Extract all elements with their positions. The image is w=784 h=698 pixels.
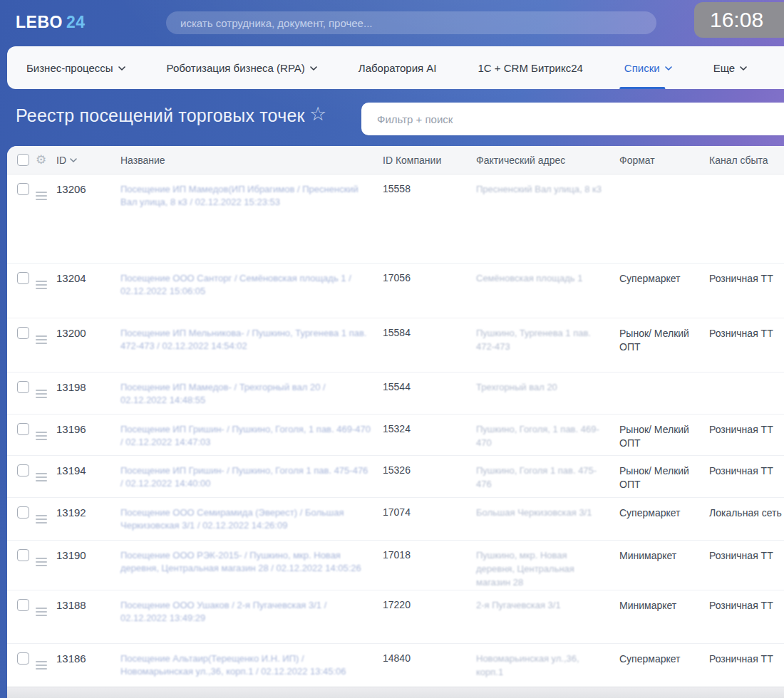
cell-channel: [709, 174, 784, 183]
cell-channel: [709, 373, 784, 381]
cell-format: Минимаркет: [619, 590, 709, 613]
gear-icon[interactable]: ⚙︎: [36, 154, 46, 166]
nav-item[interactable]: Лаборатория AI: [359, 46, 437, 89]
cell-format: Супермаркет: [619, 264, 709, 286]
column-header-address[interactable]: Фактический адрес: [476, 155, 619, 166]
cell-id: 13200: [56, 318, 120, 339]
column-header-channel[interactable]: Канал сбыта: [709, 155, 784, 166]
cell-channel: Розничная ТТ: [709, 415, 784, 437]
chevron-down-icon: [740, 66, 747, 71]
cell-name-link[interactable]: Посещение ИП Гришин- / Пушкино, Гоголя 1…: [120, 456, 383, 490]
clock-time: 16:08: [710, 8, 763, 32]
title-row: Реестр посещений торговых точек ☆: [0, 100, 784, 137]
cell-name-link[interactable]: Посещение Альтаир(Терещенко И.Н. ИП) / Н…: [120, 644, 383, 678]
cell-company-id: 17074: [383, 498, 476, 518]
row-checkbox[interactable]: [17, 423, 29, 435]
menu-icon[interactable]: [36, 387, 47, 401]
cell-id: 13198: [56, 373, 120, 393]
menu-icon[interactable]: [36, 333, 47, 347]
cell-address: Пресненский Вал улица, 8 к3: [476, 174, 619, 197]
menu-icon[interactable]: [36, 605, 47, 619]
cell-address: Трехгорный вал 20: [476, 373, 619, 395]
table-row: 13204 Посещение ООО Санторг / Семёновска…: [7, 264, 784, 318]
cell-company-id: 15544: [383, 373, 476, 392]
app-screen: LEBO24 16:08 Бизнес-процессы Роботизация…: [0, 0, 784, 698]
nav-item-label: 1С + CRM Битрикс24: [478, 62, 583, 74]
nav-item[interactable]: 1С + CRM Битрикс24: [478, 46, 583, 89]
column-header-company-id[interactable]: ID Компании: [383, 155, 476, 166]
row-checkbox[interactable]: [17, 327, 29, 339]
cell-company-id: 17220: [383, 590, 476, 610]
star-icon[interactable]: ☆: [309, 105, 326, 124]
nav-item[interactable]: Бизнес-процессы: [26, 46, 125, 89]
cell-format: Супермаркет: [619, 644, 709, 666]
table-row: 13190 Посещение ООО РЭК-2015- / Пушкино,…: [7, 541, 784, 590]
nav-item[interactable]: Роботизация бизнеса (RPA): [167, 46, 317, 89]
cell-format: Супермаркет: [619, 498, 709, 520]
select-all-checkbox[interactable]: [17, 154, 29, 166]
cell-format: Минимаркет: [619, 541, 709, 563]
nav-item-label: Бизнес-процессы: [26, 62, 113, 74]
cell-name-link[interactable]: Посещение ИП Мамедов- / Трехгорный вал 2…: [120, 373, 383, 407]
row-checkbox[interactable]: [17, 464, 29, 476]
menu-icon[interactable]: [36, 470, 47, 484]
table-row: 13196 Посещение ИП Гришин- / Пушкино, Го…: [7, 415, 784, 456]
menu-icon[interactable]: [36, 658, 47, 672]
menu-icon[interactable]: [36, 278, 47, 292]
chevron-down-icon: [70, 158, 77, 162]
nav-item[interactable]: Еще: [713, 46, 748, 89]
column-header-format[interactable]: Формат: [619, 155, 709, 166]
row-checkbox[interactable]: [17, 549, 29, 561]
menu-icon[interactable]: [36, 189, 47, 203]
table-body: 13206 Посещение ИП Мамедов(ИП Ибрагимов …: [7, 174, 784, 698]
row-checkbox[interactable]: [17, 599, 29, 611]
cell-company-id: 15558: [383, 174, 476, 194]
cell-channel: Розничная ТТ: [709, 644, 784, 666]
table-row: 13198 Посещение ИП Мамедов- / Трехгорный…: [7, 373, 784, 415]
menu-icon[interactable]: [36, 555, 47, 569]
cell-address: Пушкино, Тургенева 1 пав. 472-473: [476, 318, 619, 354]
table-row: 13188 Посещение ООО Ушаков / 2-я Пугачев…: [7, 590, 784, 644]
filter-search-input[interactable]: [361, 103, 784, 135]
logo-primary: LEBO: [16, 13, 63, 31]
cell-name-link[interactable]: Посещение ИП Мельникова- / Пушкино, Тург…: [120, 318, 383, 353]
cell-id: 13188: [56, 590, 120, 611]
cell-address: 2-я Пугачевская 3/1: [476, 590, 619, 613]
nav-item[interactable]: Списки: [624, 46, 672, 89]
global-search-input[interactable]: [166, 11, 656, 34]
nav-item-label: Лаборатория AI: [359, 62, 437, 74]
table-row: 13206 Посещение ИП Мамедов(ИП Ибрагимов …: [7, 174, 784, 264]
cell-name-link[interactable]: Посещение ООО Санторг / Семёновская площ…: [120, 264, 383, 298]
logo[interactable]: LEBO24: [16, 13, 85, 32]
cell-address: Семёновская площадь 1: [476, 264, 619, 286]
cell-company-id: 17056: [383, 264, 476, 283]
horizontal-scroll-strip[interactable]: [7, 687, 784, 698]
cell-name-link[interactable]: Посещение ООО РЭК-2015- / Пушкино, мкр. …: [120, 541, 383, 575]
cell-company-id: 15324: [383, 415, 476, 434]
cell-format: Рынок/ Мелкий ОПТ: [619, 318, 709, 354]
cell-address: Пушкино, Гоголя 1 пав. 475-476: [476, 456, 619, 491]
menu-icon[interactable]: [36, 429, 47, 443]
column-header-id[interactable]: ID: [56, 155, 120, 166]
chevron-down-icon: [118, 66, 125, 71]
cell-name-link[interactable]: Посещение ООО Ушаков / 2-я Пугачевская 3…: [120, 590, 383, 625]
cell-channel: Розничная ТТ: [709, 264, 784, 286]
clock: 16:08: [694, 2, 784, 38]
nav-item-label: Списки: [624, 62, 660, 74]
cell-id: 13192: [56, 498, 120, 519]
chevron-down-icon: [665, 66, 672, 71]
cell-id: 13204: [56, 264, 120, 284]
column-header-name[interactable]: Название: [120, 155, 383, 166]
row-checkbox[interactable]: [17, 381, 29, 393]
cell-name-link[interactable]: Посещение ИП Мамедов(ИП Ибрагимов / Прес…: [120, 174, 383, 209]
row-checkbox[interactable]: [17, 652, 29, 665]
row-checkbox[interactable]: [17, 272, 29, 284]
cell-format: Рынок/ Мелкий ОПТ: [619, 415, 709, 450]
row-checkbox[interactable]: [17, 183, 29, 195]
cell-channel: Розничная ТТ: [709, 456, 784, 478]
nav-item-label: Еще: [713, 62, 736, 74]
menu-icon[interactable]: [36, 512, 47, 526]
cell-name-link[interactable]: Посещение ООО Семирамида (Эверест) / Бол…: [120, 498, 383, 532]
row-checkbox[interactable]: [17, 506, 29, 519]
cell-name-link[interactable]: Посещение ИП Гришин- / Пушкино, Гоголя, …: [120, 415, 383, 449]
